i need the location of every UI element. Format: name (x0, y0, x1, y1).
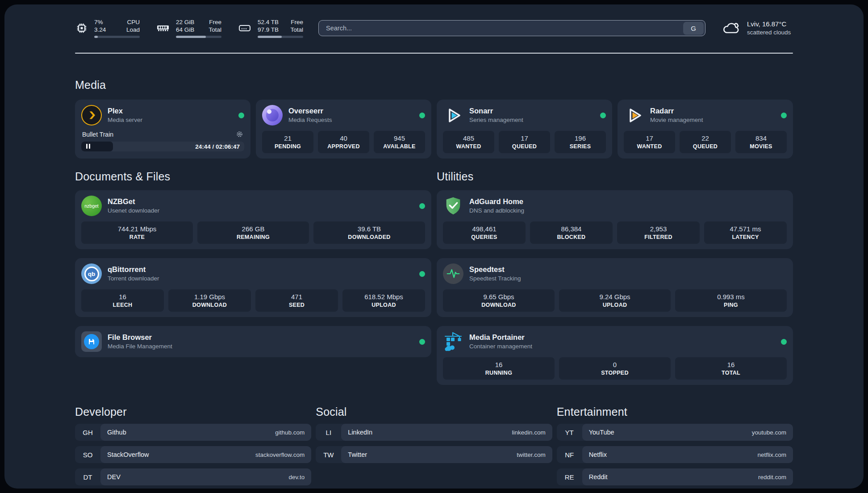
stat-box: 266 GB REMAINING (197, 221, 309, 244)
memory-icon (156, 21, 170, 35)
stat-value: 9.65 Gbps (445, 292, 553, 301)
stat-value: 9.24 Gbps (561, 292, 669, 301)
stat-value: 945 (376, 134, 423, 142)
stat-box: 9.65 Gbps DOWNLOAD (443, 289, 555, 312)
stat-box: 1.19 Gbps DOWNLOAD (168, 289, 251, 312)
stat-box: 2,953 FILTERED (617, 221, 700, 244)
weather-condition: scattered clouds (747, 29, 791, 37)
bookmark-github[interactable]: GH Github github.com (75, 424, 311, 441)
stat-value: 471 (257, 292, 336, 301)
developer-section-title: Developer (75, 405, 311, 418)
service-card-sonarr[interactable]: Sonarr Series management 485 WANTED 17 Q… (437, 100, 612, 159)
bookmark-name: Github (107, 429, 126, 436)
memory-progress-bar (176, 36, 221, 38)
bookmark-name: Twitter (348, 451, 367, 458)
stat-value: 16 (445, 360, 553, 369)
stat-box: 39.6 TB DOWNLOADED (313, 221, 425, 244)
stat-value: 498,461 (445, 225, 524, 233)
stat-value: 0 (561, 360, 669, 369)
bookmark-linkedin[interactable]: LI LinkedIn linkedin.com (316, 424, 552, 441)
playback-progress-bar: 24:44 / 02:06:47 (81, 142, 244, 151)
memory-stat: 22 GiB Free 64 GiB Total (156, 18, 221, 38)
stat-box: 834 MOVIES (735, 131, 787, 153)
playback-time: 24:44 / 02:06:47 (195, 143, 240, 150)
service-card-adguard[interactable]: AdGuard Home DNS and adblocking 498,461 … (437, 190, 793, 249)
service-card-radarr[interactable]: Radarr Movie management 17 WANTED 22 QUE… (618, 100, 793, 159)
stat-box: 498,461 QUERIES (443, 221, 526, 244)
stat-label: DOWNLOADED (315, 234, 423, 240)
bookmark-reddit[interactable]: RE Reddit reddit.com (557, 468, 793, 485)
service-desc: Media File Management (108, 343, 172, 351)
cpu-stat: 7% CPU 3.24 Load (75, 18, 140, 38)
stat-label: LATENCY (706, 234, 785, 240)
bookmark-abbr: SO (75, 446, 100, 463)
service-name: Media Portainer (469, 333, 532, 342)
bookmark-netflix[interactable]: NF Netflix netflix.com (557, 446, 793, 463)
cpu-label: CPU (127, 18, 140, 26)
section-media: Media Plex Media server Bullet Train (75, 79, 793, 159)
stat-value: 39.6 TB (315, 225, 423, 233)
stat-label: MOVIES (737, 143, 785, 150)
plex-icon (81, 105, 102, 125)
stat-label: BLOCKED (532, 234, 611, 240)
status-dot (419, 339, 425, 345)
bookmark-youtube[interactable]: YT YouTube youtube.com (557, 424, 793, 441)
gear-icon[interactable] (236, 130, 243, 138)
cpu-usage-value: 7% (94, 18, 103, 26)
search-input[interactable] (319, 25, 683, 32)
entertainment-section-title: Entertainment (557, 405, 793, 418)
service-card-nzbget[interactable]: nzbget NZBGet Usenet downloader 744.21 M… (75, 190, 431, 249)
stat-value: 16 (83, 292, 162, 301)
service-card-filebrowser[interactable]: File Browser Media File Management (75, 326, 431, 357)
search-engine-button[interactable]: G (683, 22, 704, 35)
stat-value: 40 (320, 134, 367, 142)
bookmark-stackoverflow[interactable]: SO StackOverflow stackoverflow.com (75, 446, 311, 463)
service-card-portainer[interactable]: Media Portainer Container management 16 … (437, 326, 793, 385)
status-dot (419, 113, 425, 118)
service-desc: Media Requests (288, 116, 332, 124)
status-dot (238, 113, 244, 118)
stat-box: 744.21 Mbps RATE (81, 221, 193, 244)
stat-box: 16 TOTAL (675, 357, 787, 380)
service-name: qBittorrent (108, 265, 159, 274)
stat-label: SERIES (556, 143, 604, 150)
stat-value: 1.19 Gbps (170, 292, 249, 301)
cpu-load-value: 3.24 (94, 26, 106, 33)
service-name: Overseerr (288, 106, 332, 116)
service-name: Sonarr (469, 106, 523, 116)
service-card-qbittorrent[interactable]: qb qBittorrent Torrent downloader 16 LEE… (75, 258, 431, 317)
bookmark-url: stackoverflow.com (255, 451, 305, 458)
bookmark-twitter[interactable]: TW Twitter twitter.com (316, 446, 552, 463)
stat-box: 21 PENDING (262, 131, 313, 153)
stat-label: TOTAL (677, 370, 785, 376)
service-card-plex[interactable]: Plex Media server Bullet Train (75, 100, 250, 159)
stat-value: 22 (681, 134, 729, 142)
stat-label: PENDING (264, 143, 312, 150)
service-desc: Usenet downloader (108, 207, 159, 215)
stat-label: UPLOAD (344, 302, 423, 308)
stat-label: LEECH (83, 302, 162, 308)
stat-box: 485 WANTED (443, 131, 494, 153)
bookmark-dev[interactable]: DT DEV dev.to (75, 468, 311, 485)
bookmark-name: Reddit (589, 473, 608, 480)
stat-box: 196 SERIES (555, 131, 606, 153)
top-bar: 7% CPU 3.24 Load (75, 17, 793, 39)
status-dot (419, 271, 425, 277)
pause-button[interactable] (86, 142, 92, 150)
bookmark-url: linkedin.com (512, 429, 546, 436)
stat-value: 485 (445, 134, 492, 142)
disk-stat: 52.4 TB Free 97.9 TB Total (238, 18, 303, 38)
weather-widget: Lviv, 16.87°C scattered clouds (722, 19, 793, 37)
stat-label: AVAILABLE (376, 143, 423, 150)
stat-box: 471 SEED (255, 289, 338, 312)
bookmark-url: netflix.com (757, 451, 786, 458)
stat-label: DOWNLOAD (445, 302, 553, 308)
stat-value: 86,384 (532, 225, 611, 233)
stat-box: 9.24 Gbps UPLOAD (559, 289, 671, 312)
disk-free-value: 52.4 TB (258, 18, 279, 26)
stat-value: 266 GB (199, 225, 307, 233)
service-card-overseerr[interactable]: Overseerr Media Requests 21 PENDING 40 A… (256, 100, 431, 159)
service-card-speedtest[interactable]: Speedtest Speedtest Tracking 9.65 Gbps D… (437, 258, 793, 317)
header-divider (75, 53, 793, 54)
service-desc: Container management (469, 343, 532, 351)
